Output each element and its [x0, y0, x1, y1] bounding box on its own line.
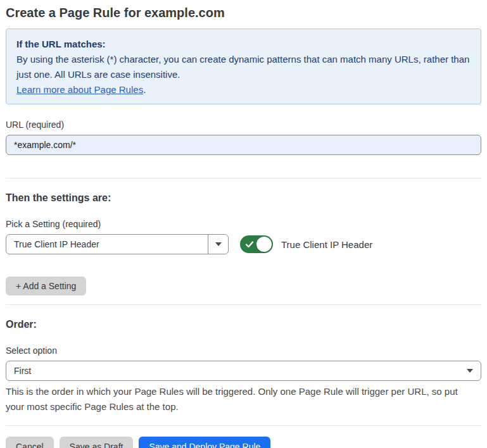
- info-box-link-line: Learn more about Page Rules.: [16, 82, 471, 97]
- setting-select[interactable]: True Client IP Header: [6, 234, 229, 254]
- save-as-draft-button[interactable]: Save as Draft: [60, 437, 134, 448]
- true-client-ip-toggle[interactable]: [240, 235, 273, 253]
- pick-setting-label: Pick a Setting (required): [6, 219, 481, 229]
- check-icon: [245, 240, 254, 249]
- order-select-value: First: [6, 361, 467, 380]
- cancel-button[interactable]: Cancel: [6, 437, 54, 448]
- save-and-deploy-button[interactable]: Save and Deploy Page Rule: [139, 437, 270, 448]
- divider-url-settings: [6, 178, 481, 178]
- order-select-label: Select option: [6, 345, 481, 356]
- divider-settings-order: [6, 304, 481, 305]
- chevron-down-icon: [467, 369, 473, 373]
- link-period: .: [143, 84, 146, 95]
- divider-actions: [6, 425, 481, 426]
- order-section-heading: Order:: [6, 319, 481, 330]
- add-setting-button[interactable]: + Add a Setting: [6, 277, 86, 296]
- learn-more-link[interactable]: Learn more about Page Rules: [16, 84, 143, 95]
- url-input[interactable]: [6, 135, 481, 155]
- setting-row: True Client IP Header True Client IP Hea…: [6, 234, 481, 254]
- url-field-label: URL (required): [6, 120, 481, 130]
- chevron-down-icon: [215, 242, 222, 246]
- toggle-knob: [256, 237, 272, 252]
- info-box-heading: If the URL matches:: [16, 37, 471, 52]
- page-title: Create a Page Rule for example.com: [6, 4, 481, 22]
- setting-select-arrow-button[interactable]: [208, 235, 228, 254]
- url-match-info-box: If the URL matches: By using the asteris…: [6, 28, 481, 104]
- toggle-label: True Client IP Header: [281, 239, 372, 250]
- order-help-text: This is the order in which your Page Rul…: [6, 384, 478, 414]
- order-select[interactable]: First: [6, 361, 481, 381]
- info-box-body: By using the asterisk (*) character, you…: [16, 52, 471, 82]
- actions-row: Cancel Save as Draft Save and Deploy Pag…: [6, 437, 481, 448]
- settings-section-heading: Then the settings are:: [6, 192, 481, 204]
- order-select-arrow: [467, 361, 473, 380]
- setting-select-value: True Client IP Header: [6, 235, 208, 254]
